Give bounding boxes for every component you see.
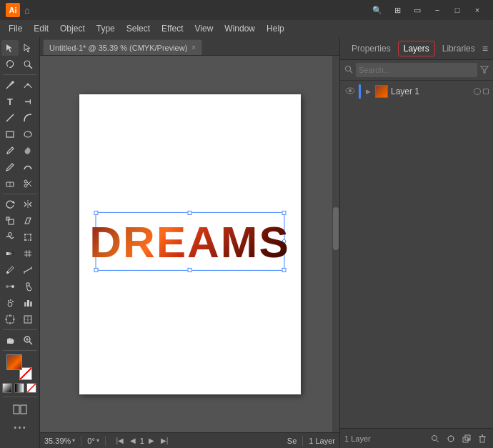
slice-tool[interactable]	[19, 312, 36, 327]
first-page-btn[interactable]: |◀	[114, 435, 126, 447]
canvas-scroll[interactable]: DREAMS	[40, 56, 339, 432]
column-graph-tool[interactable]	[19, 295, 36, 311]
layer-target-btn[interactable]	[474, 88, 481, 95]
free-transform-tool[interactable]	[19, 229, 36, 245]
menu-edit[interactable]: Edit	[28, 20, 54, 37]
menu-help[interactable]: Help	[261, 20, 290, 37]
lasso-tool[interactable]	[1, 56, 19, 72]
live-paint-tool[interactable]	[19, 279, 36, 294]
menu-file[interactable]: File	[3, 20, 28, 37]
ellipse-tool[interactable]	[19, 126, 36, 142]
more-tools[interactable]: • • •	[11, 419, 29, 435]
shear-tool[interactable]	[19, 213, 36, 229]
doc-tab-close[interactable]: ×	[191, 44, 196, 51]
menu-view[interactable]: View	[189, 20, 219, 37]
menu-window[interactable]: Window	[219, 20, 261, 37]
home-icon[interactable]: ⌂	[24, 5, 30, 16]
rotate-tool[interactable]	[1, 196, 19, 212]
close-button[interactable]: ×	[467, 0, 487, 20]
vertical-type-tool[interactable]: T	[19, 94, 36, 109]
direct-select-tool[interactable]	[19, 40, 36, 56]
search-button[interactable]: 🔍	[367, 0, 387, 20]
line-tool[interactable]	[1, 110, 19, 126]
panel-menu-icon[interactable]: ≡	[482, 43, 488, 54]
layer-lock-indicator	[483, 89, 489, 94]
measure-tool[interactable]	[19, 262, 36, 278]
arc-tool[interactable]	[19, 110, 36, 126]
gradient-mode-btn[interactable]	[14, 383, 24, 393]
scale-tool[interactable]	[1, 213, 19, 229]
change-screen-mode[interactable]	[4, 402, 36, 417]
layer-search-input[interactable]	[356, 63, 477, 77]
menu-object[interactable]: Object	[54, 20, 91, 37]
magic-wand-tool[interactable]	[19, 56, 36, 72]
status-sep-2	[105, 436, 106, 446]
panel-button[interactable]: ▭	[407, 0, 427, 20]
curvature-tool[interactable]	[19, 77, 36, 93]
status-sep-3	[302, 436, 303, 446]
svg-rect-42	[24, 302, 26, 307]
reflect-tool[interactable]	[19, 196, 36, 212]
pencil-tool[interactable]	[1, 159, 19, 175]
mesh-tool[interactable]	[19, 246, 36, 262]
none-mode-btn[interactable]	[26, 383, 36, 393]
sel-handle-br	[282, 267, 286, 272]
select-tool[interactable]	[1, 40, 19, 56]
panel-new-layer-btn[interactable]	[460, 432, 473, 445]
svg-point-35	[6, 285, 9, 288]
document-tab[interactable]: Untitled-1* @ 35.39 % (CMYK/Preview) ×	[43, 39, 202, 55]
panel-locate-btn[interactable]	[444, 432, 457, 445]
vertical-scrollbar[interactable]	[332, 56, 339, 432]
right-panel: Properties Layers Libraries ≡ ▶ Layer 1	[339, 37, 493, 448]
title-bar: Ai ⌂ 🔍 ⊞ ▭ − □ ×	[0, 0, 493, 20]
next-page-btn[interactable]: ▶	[146, 435, 157, 447]
hand-tool[interactable]	[1, 332, 19, 348]
type-tool[interactable]: T	[1, 94, 19, 109]
tab-libraries[interactable]: Libraries	[437, 41, 481, 56]
panel-delete-layer-btn[interactable]	[476, 432, 489, 445]
menu-type[interactable]: Type	[91, 20, 121, 37]
warp-tool[interactable]	[1, 229, 19, 245]
smooth-tool[interactable]	[19, 159, 36, 175]
last-page-btn[interactable]: ▶|	[159, 435, 170, 447]
zoom-control[interactable]: 35.39% ▾	[44, 437, 75, 445]
tool-row-pen	[1, 77, 38, 93]
sel-handle-tr	[282, 210, 286, 214]
eraser-tool[interactable]	[1, 176, 19, 191]
panel-search-btn[interactable]	[429, 432, 442, 445]
svg-line-32	[24, 268, 31, 272]
filter-icon[interactable]	[480, 65, 489, 76]
scroll-thumb[interactable]	[333, 207, 339, 250]
gradient-tool[interactable]	[1, 246, 19, 262]
scissors-tool[interactable]	[19, 176, 36, 191]
symbol-sprayer-tool[interactable]	[1, 295, 19, 311]
layer-expand-btn[interactable]: ▶	[364, 88, 372, 95]
rect-tool[interactable]	[1, 126, 19, 142]
prev-page-btn[interactable]: ◀	[127, 435, 139, 447]
fill-swatch[interactable]	[6, 354, 22, 370]
color-mode-btn[interactable]	[2, 383, 12, 393]
blend-tool[interactable]	[1, 279, 19, 294]
layer-item[interactable]: ▶ Layer 1	[340, 81, 493, 102]
tab-layers[interactable]: Layers	[398, 41, 435, 56]
minimize-button[interactable]: −	[427, 0, 447, 20]
tool-row-eraser	[1, 176, 38, 191]
window-controls: 🔍 ⊞ ▭ − □ ×	[367, 0, 487, 20]
artboard-tool[interactable]	[1, 312, 19, 327]
rotation-control[interactable]: 0° ▾	[87, 437, 99, 445]
zoom-tool[interactable]	[19, 332, 36, 348]
eyedropper-tool[interactable]	[1, 262, 19, 278]
menu-select[interactable]: Select	[121, 20, 156, 37]
pen-tool[interactable]	[1, 77, 19, 93]
tab-properties[interactable]: Properties	[346, 41, 397, 56]
search-icon	[344, 65, 353, 76]
maximize-button[interactable]: □	[447, 0, 467, 20]
tool-row-rotate	[1, 196, 38, 212]
extra-tools: • • •	[1, 402, 38, 435]
panel-bottom: 1 Layer	[340, 428, 493, 448]
menu-effect[interactable]: Effect	[156, 20, 189, 37]
paintbrush-tool[interactable]	[1, 143, 19, 159]
grid-button[interactable]: ⊞	[387, 0, 407, 20]
layer-visibility-toggle[interactable]	[344, 86, 356, 96]
blob-brush-tool[interactable]	[19, 143, 36, 159]
